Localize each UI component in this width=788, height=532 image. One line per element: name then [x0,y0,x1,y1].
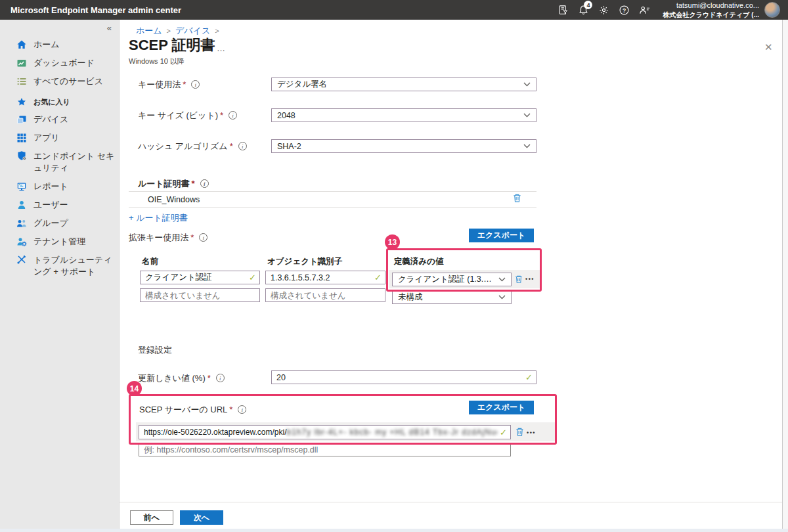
breadcrumb-separator: > [215,27,219,35]
sidebar-item-reports[interactable]: レポート [0,177,119,196]
dashboard-icon [16,58,27,68]
required-marker: * [192,179,195,188]
shield-icon [16,150,27,161]
sidebar-item-groups[interactable]: グループ [0,214,119,233]
home-icon [16,39,27,50]
scep-url-visible: https://oie-5026220.oktapreview.com/pki/ [144,428,286,437]
eku-name-input-empty[interactable] [140,288,260,302]
hash-algorithm-label: ハッシュ アルゴリズム* i [138,139,247,153]
breadcrumb-separator: > [167,27,171,35]
sidebar-item-home[interactable]: ホーム [0,35,119,54]
export-button[interactable]: エクスポート [469,401,534,414]
sidebar-item-endpoint-security[interactable]: エンドポイント セキュリティ [0,147,119,177]
required-marker: * [183,79,186,89]
sidebar-item-tenant-admin[interactable]: テナント管理 [0,233,119,251]
scep-url-input[interactable]: https://oie-5026220.oktapreview.com/pki/… [139,425,511,439]
trash-icon[interactable] [515,427,525,437]
eku-oid-input[interactable] [265,271,385,284]
renewal-threshold-field: ✓ [271,370,536,384]
more-options-icon[interactable]: ••• [527,430,536,436]
topbar-right: 4 ? tatsumi@cloudnative.co... 株式会社クラウドネイ… [553,0,783,20]
page-context-menu-icon[interactable]: … [217,43,226,53]
sidebar-item-label: ホーム [33,39,60,51]
table-header-oid: オブジェクト識別子 [267,256,342,267]
help-icon[interactable]: ? [614,0,634,20]
feedback-icon[interactable] [634,0,655,20]
sidebar-item-favorites[interactable]: お気に入り [0,93,119,110]
notifications-bell-icon[interactable]: 4 [573,0,594,20]
info-icon[interactable]: i [191,80,200,89]
table-header-name: 名前 [142,256,158,267]
scep-url-example-input[interactable] [139,443,511,456]
sidebar-item-label: エンドポイント セキュリティ [33,150,115,174]
table-row [265,288,385,302]
devices-icon [16,114,27,125]
close-icon[interactable]: ✕ [764,41,773,53]
sidebar-item-label: ダッシュボード [33,57,95,69]
filter-document-icon[interactable] [553,0,573,20]
more-options-icon[interactable]: ••• [525,276,535,282]
scep-url-label: SCEP サーバーの URL* i [139,403,246,416]
info-icon[interactable]: i [229,111,237,120]
scrollbar-track[interactable] [782,20,788,532]
sidebar-item-label: お気に入り [33,97,70,107]
enrollment-section-header: 登録設定 [138,344,172,356]
footer-divider [120,502,782,502]
chevron-down-icon [523,82,531,87]
eku-predefined-dropdown-empty[interactable]: 未構成 [392,290,512,304]
sidebar-item-label: テナント管理 [33,236,85,248]
root-cert-label: ルート証明書* i [138,177,209,190]
hash-algorithm-value: SHA-2 [277,142,301,151]
scep-url-example-field [139,443,511,456]
sidebar-item-dashboard[interactable]: ダッシュボード [0,54,119,72]
user-icon [16,200,27,210]
sidebar-item-devices[interactable]: デバイス [0,110,119,129]
eku-oid-input-empty[interactable] [265,288,385,302]
user-organization: 株式会社クラウドネイティブ (... [663,11,759,19]
chevron-down-icon [523,113,531,118]
avatar[interactable] [764,2,780,18]
annotation-badge-13: 13 [385,234,400,250]
next-button[interactable]: 次へ [180,510,223,525]
renewal-threshold-input[interactable] [271,370,536,384]
info-icon[interactable]: i [238,405,246,414]
eku-name-input[interactable] [140,271,260,284]
chevron-down-icon [498,277,506,282]
key-size-dropdown[interactable]: 2048 [271,108,536,122]
sidebar-item-label: アプリ [33,132,60,144]
sidebar-item-troubleshooting[interactable]: トラブルシューティング + サポート [0,251,119,281]
info-icon[interactable]: i [216,374,225,382]
export-button[interactable]: エクスポート [469,229,534,242]
key-size-label: キー サイズ (ビット)* i [138,108,237,122]
add-root-cert-link[interactable]: + ルート証明書 [129,212,188,224]
hash-algorithm-dropdown[interactable]: SHA-2 [271,139,536,153]
required-marker: * [190,233,194,242]
key-usage-dropdown[interactable]: デジタル署名 [271,78,536,91]
settings-gear-icon[interactable] [594,0,614,20]
sidebar-collapse-icon[interactable]: « [107,23,112,33]
sidebar-item-label: すべてのサービス [33,76,103,87]
info-icon[interactable]: i [200,179,209,188]
eku-predefined-dropdown[interactable]: クライアント認証 (1.3.6.1.5.5.... [392,273,512,286]
page-subtitle: Windows 10 以降 [129,56,185,66]
svg-text:?: ? [623,7,626,13]
info-icon[interactable]: i [238,142,247,150]
info-icon[interactable]: i [199,233,208,242]
chevron-down-icon [498,295,506,299]
required-marker: * [220,110,223,120]
app-title: Microsoft Endpoint Manager admin center [11,5,181,15]
sidebar-item-users[interactable]: ユーザー [0,196,119,214]
tenant-settings-icon [16,236,27,247]
sidebar-item-all-services[interactable]: すべてのサービス [0,72,119,91]
previous-button[interactable]: 前へ [130,510,173,525]
account-info[interactable]: tatsumi@cloudnative.co... 株式会社クラウドネイティブ … [663,1,759,18]
trash-icon[interactable] [512,193,522,203]
trash-icon[interactable] [514,275,523,284]
eku-predefined-value-empty: 未構成 [398,292,423,303]
scep-url-field: https://oie-5026220.oktapreview.com/pki/… [139,425,511,439]
sidebar-item-label: グループ [33,217,68,229]
key-usage-label: キー使用法* i [138,78,200,91]
renewal-threshold-label: 更新しきい値 (%)* i [138,371,225,385]
sidebar-item-apps[interactable]: アプリ [0,129,119,147]
required-marker: * [230,141,233,151]
